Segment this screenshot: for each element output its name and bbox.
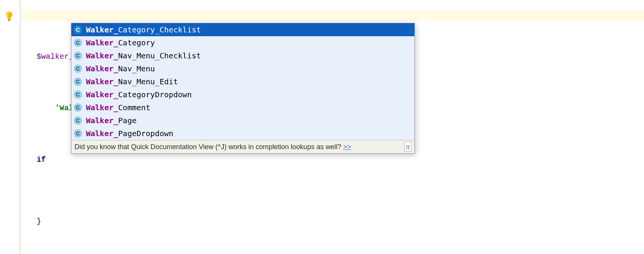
autocomplete-item[interactable]: CWalker_Page [71, 114, 414, 127]
autocomplete-item[interactable]: CWalker_Nav_Menu_Checklist [71, 49, 414, 62]
autocomplete-match: Walker_ [86, 77, 118, 86]
autocomplete-rest: Nav_Menu_Edit [118, 77, 178, 86]
autocomplete-rest: Category_Checklist [118, 25, 201, 34]
class-icon: C [74, 51, 82, 60]
autocomplete-match: Walker_ [86, 90, 118, 99]
popup-hint-bar: Did you know that Quick Documentation Vi… [71, 140, 414, 153]
svg-rect-0 [8, 19, 11, 20]
class-icon: C [74, 90, 82, 99]
keyword: if [37, 155, 46, 164]
class-icon: C [74, 26, 82, 34]
autocomplete-rest: Page [118, 116, 136, 125]
autocomplete-match: Walker_ [86, 129, 118, 138]
autocomplete-item[interactable]: CWalker_Category [71, 36, 414, 49]
autocomplete-match: Walker_ [86, 103, 118, 112]
class-icon: C [74, 129, 82, 138]
autocomplete-popup[interactable]: CWalker_Category_ChecklistCWalker_Catego… [71, 23, 415, 154]
autocomplete-match: Walker_ [86, 38, 118, 47]
autocomplete-match: Walker_ [86, 51, 118, 60]
autocomplete-rest: Category [118, 38, 155, 47]
autocomplete-match: Walker_ [86, 25, 118, 34]
autocomplete-item[interactable]: CWalker_Category_Checklist [71, 23, 414, 36]
popup-hint-text: Did you know that Quick Documentation Vi… [74, 143, 343, 151]
autocomplete-rest: Comment [118, 103, 150, 112]
svg-rect-1 [8, 20, 10, 21]
class-icon: C [74, 116, 82, 125]
code-line [21, 185, 644, 196]
class-icon: C [74, 39, 82, 47]
autocomplete-rest: CategoryDropdown [118, 90, 192, 99]
autocomplete-item[interactable]: CWalker_PageDropdown [71, 127, 414, 140]
autocomplete-rest: Nav_Menu_Checklist [118, 51, 201, 60]
class-icon: C [74, 64, 82, 73]
popup-hint-link[interactable]: >> [343, 143, 351, 151]
current-line-highlight-inner [21, 10, 644, 21]
autocomplete-match: Walker_ [86, 64, 118, 73]
intention-bulb-icon[interactable] [4, 11, 15, 21]
class-icon: C [74, 103, 82, 112]
autocomplete-item[interactable]: CWalker_Nav_Menu_Edit [71, 75, 414, 88]
autocomplete-rest: Nav_Menu [118, 64, 155, 73]
code-line [21, 247, 644, 254]
autocomplete-item[interactable]: CWalker_Nav_Menu [71, 62, 414, 75]
autocomplete-item[interactable]: CWalker_Comment [71, 101, 414, 114]
pi-icon[interactable]: π [404, 142, 411, 152]
autocomplete-item[interactable]: CWalker_CategoryDropdown [71, 88, 414, 101]
gutter [0, 0, 19, 254]
autocomplete-rest: PageDropdown [118, 129, 173, 138]
autocomplete-match: Walker_ [86, 116, 118, 125]
code-line[interactable]: if [21, 154, 644, 165]
class-icon: C [74, 77, 82, 86]
code-line[interactable]: } [21, 216, 644, 227]
